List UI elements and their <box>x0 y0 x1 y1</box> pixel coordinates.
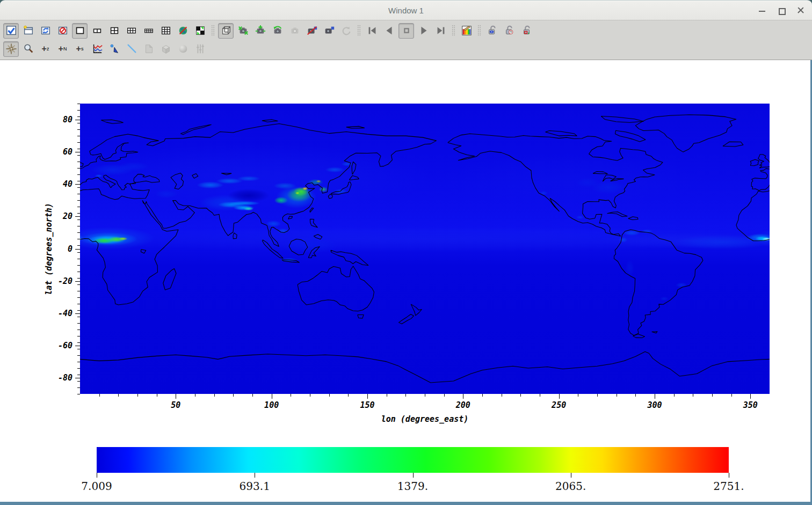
plus-n-button[interactable]: +N <box>55 41 70 57</box>
anim-step-forward-button[interactable] <box>433 23 448 39</box>
x-minor-tick <box>291 394 291 397</box>
line-draw-button[interactable] <box>124 41 139 57</box>
toolbar-row-2: +z +N +s <box>3 40 809 58</box>
anim-step-back-button[interactable] <box>364 23 380 39</box>
sync-window-icon <box>40 25 52 36</box>
globe-hide-icon <box>177 25 189 36</box>
x-tick-label: 350 <box>734 400 766 410</box>
minimize-button[interactable] <box>758 6 766 14</box>
layout-2x2-button[interactable] <box>106 23 122 39</box>
x-major-tick <box>655 394 655 399</box>
y-axis-label: lat (degrees_north) <box>44 203 54 295</box>
y-minor-tick <box>77 116 80 117</box>
x-minor-tick <box>425 394 425 397</box>
layout-2x3-button[interactable] <box>124 23 139 39</box>
y-tick-label: 80 <box>46 115 73 125</box>
maximize-icon <box>779 8 786 15</box>
close-button[interactable] <box>797 6 804 14</box>
cube-disabled-icon <box>160 43 172 55</box>
rotate-disabled-button[interactable] <box>338 23 354 39</box>
y-minor-tick <box>77 375 80 375</box>
anim-play-forward-button[interactable] <box>416 23 431 39</box>
camera-save-button[interactable] <box>321 23 337 39</box>
layout-single-button[interactable] <box>72 23 88 39</box>
plus-s-button[interactable]: +s <box>72 41 88 57</box>
y-minor-tick <box>77 136 80 136</box>
sliders-disabled-button[interactable] <box>192 41 208 57</box>
layout-3x3-button[interactable] <box>158 23 173 39</box>
y-minor-tick <box>77 226 80 226</box>
colorbar-label: 1379. <box>375 480 451 493</box>
y-minor-tick <box>77 310 80 311</box>
anim-play-forward-icon <box>418 25 430 36</box>
flip-checker-button[interactable] <box>192 23 208 39</box>
camera-disabled-button[interactable] <box>287 23 302 39</box>
layout-4col-icon <box>143 25 155 36</box>
colorbar[interactable] <box>97 447 729 473</box>
minimize-icon <box>759 11 765 12</box>
layout-2x3-icon <box>126 25 137 36</box>
block-window-button[interactable] <box>55 23 70 39</box>
y-minor-tick <box>77 123 80 123</box>
y-minor-tick <box>77 149 80 149</box>
layout-1x2-button[interactable] <box>89 23 105 39</box>
map-canvas[interactable] <box>80 104 770 394</box>
new-window-button[interactable] <box>20 23 36 39</box>
x-major-tick <box>750 394 751 399</box>
camera-disabled-icon <box>289 25 301 36</box>
window-check-button[interactable] <box>3 23 19 39</box>
x-minor-tick <box>444 394 445 397</box>
camera-move-button[interactable] <box>252 23 268 39</box>
y-minor-tick <box>77 129 80 130</box>
x-minor-tick <box>617 394 617 397</box>
y-tick-label: 40 <box>46 179 73 189</box>
y-minor-tick <box>77 278 80 279</box>
sync-window-button[interactable] <box>38 23 53 39</box>
sphere-disabled-button[interactable] <box>175 41 191 57</box>
colormap-editor-button[interactable] <box>459 23 474 39</box>
y-minor-tick <box>77 142 80 143</box>
app-window: Window 1 <box>0 0 812 505</box>
x-minor-tick <box>502 394 502 397</box>
titlebar[interactable]: Window 1 <box>0 0 812 20</box>
camera-save-off-button[interactable] <box>304 23 320 39</box>
anim-step-forward-icon <box>435 25 447 36</box>
layout-single-icon <box>74 25 86 36</box>
lock-area-button[interactable] <box>519 23 534 39</box>
window-check-icon <box>5 25 17 36</box>
x-minor-tick <box>520 394 521 397</box>
y-major-tick <box>75 249 80 250</box>
colorbar-tick <box>571 473 571 478</box>
cube-3d-button[interactable] <box>218 23 234 39</box>
anim-play-back-button[interactable] <box>381 23 397 39</box>
line-plot-button[interactable] <box>89 41 105 57</box>
colorbar-tick <box>255 473 255 478</box>
cube-disabled-button[interactable] <box>158 41 173 57</box>
lock-view-button[interactable] <box>484 23 500 39</box>
colorbar-tick <box>729 473 729 478</box>
sliders-disabled-icon <box>194 43 206 55</box>
camera-x-button[interactable] <box>235 23 251 39</box>
x-minor-tick <box>712 394 713 397</box>
page-disabled-button[interactable] <box>141 41 156 57</box>
maximize-button[interactable] <box>778 6 785 14</box>
page-disabled-icon <box>143 43 155 55</box>
anim-stop-button[interactable] <box>398 23 414 39</box>
x-minor-tick <box>252 394 253 397</box>
y-major-tick <box>75 346 80 346</box>
camera-rotate-button[interactable] <box>270 23 285 39</box>
y-minor-tick <box>77 349 80 349</box>
plus-z-button[interactable]: +z <box>38 41 53 57</box>
layout-4col-button[interactable] <box>141 23 156 39</box>
magnifier-button[interactable] <box>20 41 36 57</box>
point-select-button[interactable] <box>106 41 122 57</box>
compass-button[interactable] <box>3 41 19 57</box>
y-minor-tick <box>77 252 80 253</box>
globe-hide-button[interactable] <box>175 23 191 39</box>
x-minor-tick <box>157 394 157 397</box>
x-tick-label: 300 <box>639 400 671 410</box>
lock-time-button[interactable] <box>502 23 517 39</box>
x-minor-tick <box>195 394 195 397</box>
x-minor-tick <box>214 394 215 397</box>
y-tick-label: -40 <box>46 309 73 318</box>
